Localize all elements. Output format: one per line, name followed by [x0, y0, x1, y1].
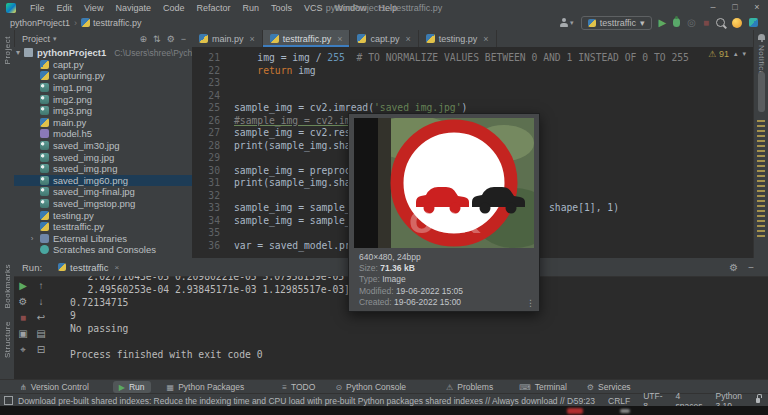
menu-edit[interactable]: Edit — [51, 3, 79, 13]
tab-close-icon[interactable]: × — [405, 34, 410, 44]
breadcrumb-file[interactable]: testtraffic.py — [93, 18, 141, 28]
chevron-right-icon[interactable]: › — [28, 234, 36, 243]
pin-tab-icon[interactable]: ⌖ — [20, 344, 26, 355]
stop-button[interactable]: ■ — [703, 17, 709, 29]
settings-sync-icon[interactable] — [749, 18, 758, 27]
type-label: Type: — [359, 274, 380, 284]
tool-window-problems[interactable]: ⚠Problems — [440, 381, 499, 393]
print-icon[interactable]: ▤ — [36, 328, 45, 339]
inspection-widget[interactable]: ⚠ 91 ▴ ▾ — [708, 49, 746, 59]
restore-layout-icon[interactable]: ▣ — [18, 328, 27, 339]
tree-item[interactable]: saved_img.png — [14, 163, 192, 175]
window-controls: –□× — [702, 0, 768, 15]
tab-close-icon[interactable]: × — [250, 34, 255, 44]
menu-tools[interactable]: Tools — [265, 3, 298, 13]
minimize-button[interactable]: – — [702, 0, 724, 15]
run-button[interactable]: ▶ — [659, 17, 667, 29]
chevron-down-icon: ▾ — [53, 35, 57, 43]
tab-close-icon[interactable]: × — [337, 34, 342, 44]
tool-window-version-control[interactable]: ⋔Version Control — [14, 381, 95, 393]
collapse-all-icon[interactable]: ⇅ — [153, 34, 161, 44]
tool-tab-bookmarks[interactable]: Bookmarks — [3, 264, 12, 309]
tree-root[interactable]: ▾pythonProject1C:\Users\shree\PycharmPro… — [14, 47, 192, 59]
close-button[interactable]: × — [746, 0, 768, 15]
console-minimize-icon[interactable]: − — [748, 262, 754, 273]
tree-item[interactable]: saved_im30.jpg — [14, 140, 192, 152]
lock-icon[interactable] — [756, 398, 760, 403]
user-menu[interactable]: ▾ — [559, 18, 574, 27]
search-everywhere-icon[interactable] — [716, 18, 725, 27]
tool-tab-project[interactable]: Project — [3, 36, 12, 64]
tool-window-python-console[interactable]: ⊙Python Console — [329, 381, 412, 393]
tab-close-icon[interactable]: × — [483, 34, 488, 44]
line-number: 28 — [192, 140, 220, 153]
status-line-ending[interactable]: CRLF — [608, 396, 630, 406]
menu-code[interactable]: Code — [157, 3, 191, 13]
editor-line: 23 — [192, 77, 753, 90]
tree-item[interactable]: capt.py — [14, 59, 192, 71]
warning-stripe-marks[interactable] — [757, 120, 765, 238]
maximize-button[interactable]: □ — [724, 0, 746, 15]
tree-item[interactable]: img1.png — [14, 82, 192, 94]
next-stacktrace-icon[interactable]: ↓ — [39, 296, 44, 307]
tab-capt-py[interactable]: capt.py× — [350, 30, 418, 47]
coverage-button[interactable]: ◎ — [687, 17, 696, 29]
tree-item[interactable]: saved_imgstop.png — [14, 198, 192, 210]
rerun-button[interactable]: ▶ — [19, 280, 27, 291]
tree-item[interactable]: Scratches and Consoles — [14, 244, 192, 256]
run-tab[interactable]: testtraffic × — [52, 258, 125, 276]
tree-item[interactable]: capturing.py — [14, 70, 192, 82]
chevron-down-icon[interactable]: ▾ — [16, 48, 20, 57]
menu-help[interactable]: Help — [373, 3, 404, 13]
tree-item[interactable]: testtraffic.py — [14, 221, 192, 233]
tool-tab-structure[interactable]: Structure — [3, 321, 12, 358]
menu-refactor[interactable]: Refactor — [190, 3, 236, 13]
status-message[interactable]: Download pre-built shared indexes: Reduc… — [18, 396, 574, 406]
tree-item[interactable]: main.py — [14, 117, 192, 129]
settings-icon[interactable]: ⚙ — [167, 34, 175, 44]
tab-testing-py[interactable]: testing.py× — [419, 30, 497, 47]
profile-avatar[interactable] — [732, 18, 742, 28]
notifications-bell-icon[interactable] — [758, 34, 765, 40]
tree-item[interactable]: saved_img60.png — [14, 175, 192, 187]
tab-testtraffic-py[interactable]: testtraffic.py× — [263, 30, 351, 47]
locate-icon[interactable]: ⊕ — [140, 34, 148, 44]
tool-window-run[interactable]: ▶Run — [113, 381, 151, 393]
soft-wrap-icon[interactable]: ↩ — [37, 312, 45, 323]
tree-item[interactable]: saved_img.jpg — [14, 151, 192, 163]
console-settings-icon[interactable]: ⚙ — [729, 262, 738, 273]
next-warning-icon[interactable]: ▾ — [742, 50, 746, 58]
tool-window-terminal[interactable]: ⌨Terminal — [513, 381, 573, 393]
menu-view[interactable]: View — [78, 3, 109, 13]
code-token: ) — [461, 102, 467, 113]
menu-navigate[interactable]: Navigate — [109, 3, 157, 13]
tab-main-py[interactable]: main.py× — [192, 30, 263, 47]
menu-file[interactable]: File — [24, 3, 51, 13]
tree-item[interactable]: model.h5 — [14, 128, 192, 140]
stop-button[interactable]: ■ — [20, 312, 26, 323]
clear-all-icon[interactable]: ⊟ — [37, 344, 45, 355]
tree-item[interactable]: img2.png — [14, 93, 192, 105]
editor-scrollbar[interactable] — [758, 72, 765, 112]
tree-item[interactable]: ›External Libraries — [14, 233, 192, 245]
tool-window-python-packages[interactable]: ▦Python Packages — [161, 381, 251, 393]
breadcrumb-project[interactable]: pythonProject1 — [10, 18, 70, 28]
menu-window[interactable]: Window — [329, 3, 373, 13]
tree-item[interactable]: testing.py — [14, 209, 192, 221]
menu-vcs[interactable]: VCS — [298, 3, 329, 13]
status-caret-position[interactable]: 59:23 — [574, 396, 595, 406]
prev-stacktrace-icon[interactable]: ↑ — [39, 280, 44, 291]
prev-warning-icon[interactable]: ▴ — [734, 50, 738, 58]
tree-item[interactable]: img3.png — [14, 105, 192, 117]
debug-button[interactable] — [673, 18, 680, 27]
run-configuration-select[interactable]: testtraffic ▾ — [581, 16, 652, 30]
hide-panel-icon[interactable]: − — [181, 34, 186, 44]
project-panel-title[interactable]: Project — [22, 34, 50, 44]
kebab-menu-icon[interactable]: ⋮ — [526, 298, 535, 308]
tool-window-todo[interactable]: ≡TODO — [276, 381, 321, 393]
console-config-icon[interactable]: ⚙ — [19, 296, 28, 307]
line-number: 32 — [192, 190, 220, 203]
tree-item[interactable]: saved_img-final.jpg — [14, 186, 192, 198]
menu-run[interactable]: Run — [236, 3, 265, 13]
close-icon[interactable]: × — [114, 263, 119, 272]
